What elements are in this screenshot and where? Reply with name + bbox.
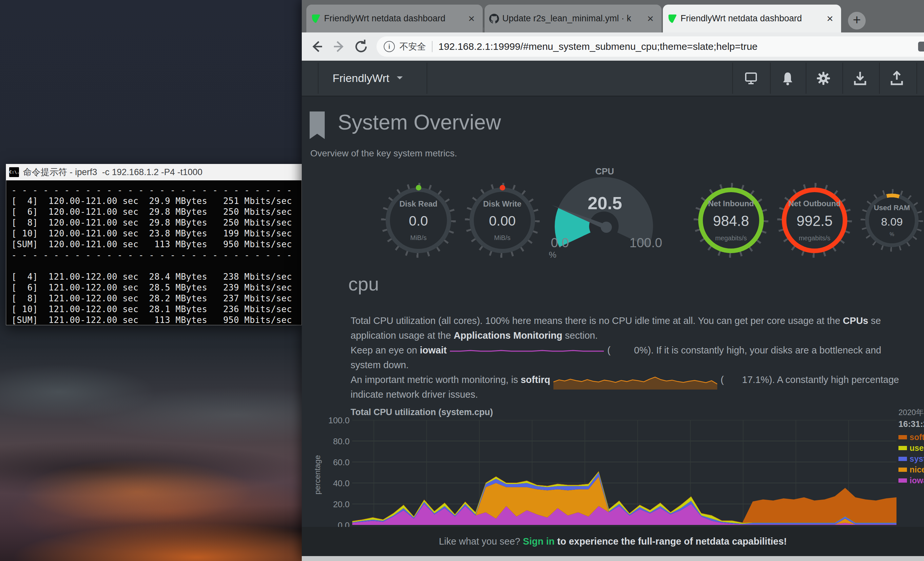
legend-label: nice: [910, 465, 924, 474]
tab-close-icon[interactable]: ×: [465, 12, 478, 25]
terminal-line: [SUM] 121.00-122.00 sec 113 MBytes 950 M…: [12, 315, 302, 325]
gauge-net-outbound: Net Outbound 992.5 megabits/s: [782, 188, 848, 253]
my-netdata-monitor-button[interactable]: [742, 69, 760, 87]
horizontal-scrollbar[interactable]: [302, 556, 924, 561]
terminal-window[interactable]: C:\. 命令提示符 - iperf3 -c 192.168.1.2 -P4 -…: [6, 164, 302, 325]
ytick: 60.0: [310, 457, 350, 468]
legend-swatch: [898, 435, 907, 439]
legend-item-nice[interactable]: nice: [898, 467, 924, 472]
reload-icon[interactable]: [353, 38, 369, 55]
iowait-value: 0%).: [634, 345, 654, 355]
export-upload-button[interactable]: [888, 69, 906, 87]
page-title: System Overview: [338, 110, 501, 134]
navbar-divider: [318, 63, 318, 94]
url-text[interactable]: 192.168.2.1:19999/#menu_system_submenu_c…: [438, 41, 758, 52]
terminal-line: [12, 261, 302, 271]
netdata-navbar: FriendlyWrt: [302, 61, 924, 96]
text: Like what you see?: [439, 536, 523, 547]
sign-in-link[interactable]: Sign in: [523, 536, 555, 547]
terminal-title: 命令提示符 - iperf3 -c 192.168.1.2 -P4 -t1000: [23, 166, 202, 178]
cpus-link[interactable]: CPUs: [843, 316, 868, 326]
terminal-output: - - - - - - - - - - - - - - - - - - - - …: [6, 180, 302, 325]
navbar-divider: [842, 63, 843, 94]
gauge-ring: Net Outbound 992.5 megabits/s: [782, 188, 848, 253]
terminal-line: [ 6] 121.00-122.00 sec 28.5 MBytes 239 M…: [12, 282, 302, 293]
tab-github[interactable]: Update r2s_lean_minimal.yml · k ×: [484, 5, 662, 33]
gauge-label: Net Inbound: [708, 199, 754, 208]
gauge-unit: megabits/s: [799, 235, 831, 242]
navbar-divider: [916, 63, 917, 94]
gauge-used-ram: Used RAM 8.09 %: [865, 194, 919, 247]
tab-separator: [483, 9, 484, 27]
terminal-line: [SUM] 120.00-121.00 sec 113 MBytes 950 M…: [12, 239, 302, 250]
tab-title: FriendlyWrt netdata dashboard: [324, 14, 462, 24]
host-dropdown[interactable]: FriendlyWrt: [333, 72, 389, 84]
legend-item-softirq[interactable]: softirq: [898, 435, 924, 440]
terminal-line: [ 10] 120.00-121.00 sec 23.8 MBytes 199 …: [12, 228, 302, 239]
gauge-unit: MiB/s: [410, 234, 427, 242]
terminal-line: [ 4] 121.00-122.00 sec 28.4 MBytes 238 M…: [12, 271, 302, 282]
text: A constantly high percentage: [775, 375, 899, 385]
gauge-unit: megabits/s: [715, 235, 747, 242]
gauge-value: 8.09: [881, 215, 903, 228]
tab-friendlywrt-2-active[interactable]: FriendlyWrt netdata dashboard ×: [663, 5, 841, 33]
netdata-page: System Overview Overview of the key syst…: [302, 96, 924, 561]
navbar-divider: [770, 63, 771, 94]
terminal-line: [ 6] 120.00-121.00 sec 29.8 MBytes 250 M…: [12, 206, 302, 217]
legend-item-user[interactable]: user: [898, 445, 924, 451]
terminal-line: [ 10] 121.00-122.00 sec 28.1 MBytes 236 …: [12, 304, 302, 315]
legend-date: 2020年3: [898, 407, 924, 418]
gauge-disk-write: Disk Write 0.00 MiB/s: [470, 188, 535, 253]
back-icon[interactable]: [309, 38, 326, 55]
gauge-ring: Disk Write 0.00 MiB/s: [470, 188, 535, 253]
terminal-line: [ 8] 120.00-121.00 sec 29.8 MBytes 250 M…: [12, 217, 302, 228]
netdata-logo-icon: [311, 14, 321, 24]
navbar-divider: [427, 63, 427, 94]
terminal-line: [ 8] 121.00-122.00 sec 28.2 MBytes 237 M…: [12, 293, 302, 304]
terminal-line: - - - - - - - - - - - - - - - - - - - - …: [12, 250, 302, 261]
chart-title: Total CPU utilization (system.cpu): [351, 407, 493, 417]
tab-friendlywrt-1[interactable]: FriendlyWrt netdata dashboard ×: [306, 5, 483, 33]
gauge-value: 984.8: [713, 213, 749, 229]
browser-window: FriendlyWrt netdata dashboard × Update r…: [302, 0, 924, 561]
navbar-divider: [879, 63, 880, 94]
address-bar-edge-icon[interactable]: [918, 42, 924, 51]
bookmark-icon: [310, 111, 325, 140]
applications-monitoring-link[interactable]: Applications Monitoring: [453, 330, 562, 341]
legend-swatch: [898, 478, 907, 483]
softirq-value: 17.1%).: [742, 375, 775, 385]
text: to experience the full-range of netdata …: [554, 536, 787, 547]
cpu-description: Total CPU utilization (all cores). 100% …: [351, 313, 924, 402]
text: An important metric worth monitoring, is: [351, 375, 520, 385]
chevron-down-icon[interactable]: [397, 77, 403, 82]
tab-close-icon[interactable]: ×: [824, 12, 837, 25]
forward-icon[interactable]: [331, 38, 347, 55]
new-tab-button[interactable]: +: [848, 12, 866, 30]
terminal-line: - - - - - - - - - - - - - - - - - - - - …: [12, 185, 302, 196]
navbar-divider: [732, 63, 733, 94]
alarms-bell-button[interactable]: [778, 69, 797, 87]
cpu-utilization-chart[interactable]: [352, 420, 897, 525]
address-bar: i 不安全 192.168.2.1:19999/#menu_system_sub…: [302, 33, 924, 61]
page-subtitle: Overview of the key system metrics.: [310, 148, 457, 159]
softirq-label: softirq: [520, 375, 550, 385]
info-icon[interactable]: i: [384, 41, 395, 52]
settings-gear-button[interactable]: [814, 69, 832, 87]
gauge-min: 0.0: [551, 235, 569, 250]
legend-swatch: [898, 457, 907, 461]
legend-item-system[interactable]: system: [898, 456, 924, 462]
legend-item-iowait[interactable]: iowait: [898, 478, 924, 483]
tab-close-icon[interactable]: ×: [644, 12, 657, 25]
url-field[interactable]: i 不安全 192.168.2.1:19999/#menu_system_sub…: [376, 36, 924, 57]
gauge-unit: MiB/s: [494, 234, 510, 242]
text: section.: [562, 330, 598, 341]
ytick: 40.0: [310, 478, 350, 489]
gauge-label: Used RAM: [874, 204, 910, 212]
gauge-cpu: CPU 20.5 0.0 100.0 %: [542, 164, 666, 262]
legend-swatch: [898, 446, 907, 450]
terminal-title-bar[interactable]: C:\. 命令提示符 - iperf3 -c 192.168.1.2 -P4 -…: [6, 164, 302, 180]
import-download-button[interactable]: [851, 69, 869, 87]
url-separator: [432, 41, 432, 52]
security-label: 不安全: [399, 41, 426, 53]
gauge-label: Disk Read: [399, 199, 437, 209]
